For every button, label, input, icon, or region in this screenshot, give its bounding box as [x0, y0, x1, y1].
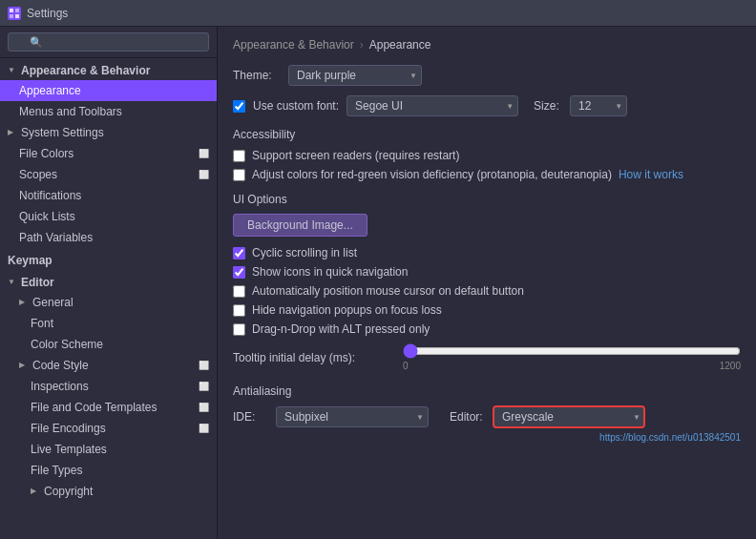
sidebar-item-file-encodings[interactable]: File Encodings ⬜ [0, 418, 217, 439]
theme-dropdown[interactable]: Dark purple Darcula IntelliJ Light High … [288, 65, 422, 86]
sidebar-label: Keymap [8, 254, 52, 267]
size-dropdown-wrap[interactable]: 12 11 13 14 [570, 95, 627, 116]
hide-nav-checkbox[interactable] [233, 304, 245, 317]
sidebar-item-code-style[interactable]: Code Style ⬜ [0, 355, 217, 376]
sidebar-item-general[interactable]: General [0, 292, 217, 313]
sidebar-item-notifications[interactable]: Notifications [0, 185, 217, 206]
screen-reader-checkbox[interactable] [233, 150, 245, 162]
cyclic-scroll-row: Cyclic scrolling in list [233, 246, 741, 259]
font-dropdown[interactable]: Segoe UI [346, 95, 518, 116]
editor-dropdown-wrap[interactable]: Greyscale Subpixel Default [493, 405, 645, 428]
svg-rect-0 [10, 9, 13, 12]
sidebar-item-path-variables[interactable]: Path Variables [0, 227, 217, 248]
sidebar-label: Appearance & Behavior [21, 64, 150, 77]
theme-dropdown-wrap[interactable]: Dark purple Darcula IntelliJ Light High … [288, 65, 422, 86]
inspections-icon: ⬜ [199, 382, 209, 391]
breadcrumb-separator: › [360, 38, 364, 52]
screen-reader-row: Support screen readers (requires restart… [233, 149, 741, 162]
drag-drop-label: Drag-n-Drop with ALT pressed only [252, 322, 430, 336]
sidebar-item-appearance-behavior[interactable]: Appearance & Behavior [0, 58, 217, 80]
hide-nav-label: Hide navigation popups on focus loss [252, 303, 442, 317]
triangle-icon [8, 128, 17, 137]
sidebar-item-inspections[interactable]: Inspections ⬜ [0, 376, 217, 397]
custom-font-checkbox[interactable] [233, 100, 245, 113]
sidebar-item-editor[interactable]: Editor [0, 270, 217, 292]
sidebar-label: Font [31, 317, 53, 330]
triangle-icon [8, 278, 17, 287]
triangle-icon [19, 361, 29, 370]
sidebar-item-file-types[interactable]: File Types [0, 460, 217, 481]
svg-rect-2 [10, 14, 13, 18]
sidebar-item-system-settings[interactable]: System Settings [0, 122, 217, 143]
custom-font-label: Use custom font: [253, 99, 339, 113]
sidebar-label: Scopes [19, 168, 57, 181]
slider-min: 0 [403, 361, 409, 371]
size-dropdown[interactable]: 12 11 13 14 [570, 95, 627, 116]
sidebar-label: Color Scheme [31, 338, 103, 351]
adjust-colors-label: Adjust colors for red-green vision defic… [252, 168, 612, 181]
ide-label: IDE: [233, 410, 266, 424]
ide-dropdown-wrap[interactable]: Subpixel Greyscale Default [276, 406, 429, 427]
breadcrumb-part2: Appearance [369, 38, 431, 52]
auto-mouse-row: Automatically position mouse cursor on d… [233, 284, 741, 298]
slider-wrap: 0 1200 [403, 343, 741, 371]
sidebar-item-file-colors[interactable]: File Colors ⬜ [0, 143, 217, 164]
accessibility-title: Accessibility [233, 128, 741, 141]
sidebar-item-color-scheme[interactable]: Color Scheme [0, 334, 217, 355]
cyclic-scroll-label: Cyclic scrolling in list [252, 246, 357, 259]
antialiasing-row: IDE: Subpixel Greyscale Default Editor: … [233, 405, 741, 428]
drag-drop-row: Drag-n-Drop with ALT pressed only [233, 322, 741, 336]
sidebar-item-appearance[interactable]: Appearance [0, 80, 217, 101]
search-input[interactable] [8, 32, 209, 52]
sidebar-label: System Settings [21, 126, 104, 139]
sidebar-item-file-code-templates[interactable]: File and Code Templates ⬜ [0, 397, 217, 418]
tooltip-slider[interactable] [403, 343, 741, 359]
templates-icon: ⬜ [199, 403, 209, 412]
auto-mouse-checkbox[interactable] [233, 285, 245, 298]
font-dropdown-wrap[interactable]: Segoe UI [346, 95, 518, 116]
svg-rect-3 [15, 14, 19, 18]
sidebar-item-keymap[interactable]: Keymap [0, 248, 217, 270]
background-image-button[interactable]: Background Image... [233, 214, 368, 237]
main-layout: Appearance & Behavior Appearance Menus a… [0, 27, 756, 539]
editor-label: Editor: [450, 410, 483, 424]
editor-dropdown[interactable]: Greyscale Subpixel Default [493, 405, 645, 428]
breadcrumb-part1: Appearance & Behavior [233, 38, 354, 52]
show-icons-label: Show icons in quick navigation [252, 265, 408, 279]
sidebar-label: Path Variables [19, 231, 93, 244]
tooltip-slider-container: Tooltip initial delay (ms): 0 1200 [233, 343, 741, 371]
auto-mouse-label: Automatically position mouse cursor on d… [252, 284, 524, 298]
ui-options-title: UI Options [233, 193, 741, 206]
sidebar-label: Live Templates [31, 443, 107, 456]
show-icons-checkbox[interactable] [233, 266, 245, 279]
hide-nav-row: Hide navigation popups on focus loss [233, 303, 741, 317]
triangle-icon [19, 298, 29, 307]
adjust-colors-checkbox[interactable] [233, 169, 245, 181]
antialiasing-section: Antialiasing IDE: Subpixel Greyscale Def… [233, 384, 741, 428]
content-panel: Appearance & Behavior › Appearance Theme… [218, 27, 756, 539]
sidebar-label: General [32, 296, 74, 309]
sidebar-label: Code Style [32, 359, 89, 372]
drag-drop-checkbox[interactable] [233, 323, 245, 336]
encodings-icon: ⬜ [199, 424, 209, 433]
ide-dropdown[interactable]: Subpixel Greyscale Default [276, 406, 429, 427]
cyclic-scroll-checkbox[interactable] [233, 247, 245, 259]
show-icons-row: Show icons in quick navigation [233, 265, 741, 279]
sidebar-item-font[interactable]: Font [0, 313, 217, 334]
title-bar: Settings [0, 0, 756, 27]
sidebar-item-scopes[interactable]: Scopes ⬜ [0, 164, 217, 185]
app-icon [8, 7, 21, 20]
sidebar-item-quick-lists[interactable]: Quick Lists [0, 206, 217, 227]
sidebar-item-menus-toolbars[interactable]: Menus and Toolbars [0, 101, 217, 122]
sidebar-label: File and Code Templates [31, 401, 158, 414]
search-bar[interactable] [0, 27, 217, 58]
sidebar-label: Copyright [44, 485, 93, 498]
sidebar-item-live-templates[interactable]: Live Templates [0, 439, 217, 460]
scopes-icon: ⬜ [199, 170, 209, 179]
slider-max: 1200 [720, 361, 741, 371]
how-it-works-link[interactable]: How it works [619, 168, 683, 181]
sidebar-label: Editor [21, 276, 54, 289]
custom-font-row: Use custom font: Segoe UI Size: 12 11 13… [233, 95, 741, 116]
sidebar-item-copyright[interactable]: Copyright [0, 481, 217, 502]
sidebar: Appearance & Behavior Appearance Menus a… [0, 27, 218, 539]
